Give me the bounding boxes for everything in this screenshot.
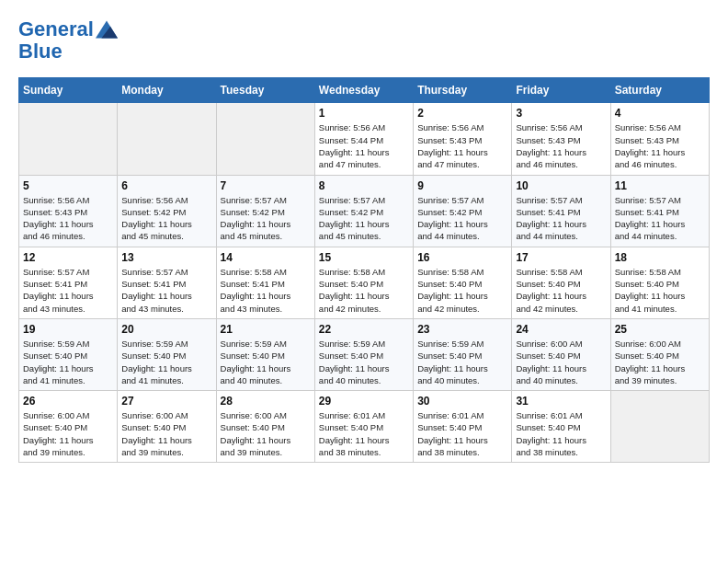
calendar-cell: 22Sunrise: 5:59 AM Sunset: 5:40 PM Dayli… bbox=[314, 318, 413, 390]
calendar-cell: 20Sunrise: 5:59 AM Sunset: 5:40 PM Dayli… bbox=[118, 318, 216, 390]
day-info: Sunrise: 5:57 AM Sunset: 5:42 PM Dayligh… bbox=[221, 194, 311, 243]
calendar-cell: 11Sunrise: 5:57 AM Sunset: 5:41 PM Dayli… bbox=[610, 175, 709, 247]
day-info: Sunrise: 5:57 AM Sunset: 5:41 PM Dayligh… bbox=[23, 266, 113, 315]
page-header: General Blue bbox=[18, 18, 710, 63]
day-info: Sunrise: 6:01 AM Sunset: 5:40 PM Dayligh… bbox=[319, 409, 409, 458]
day-info: Sunrise: 6:01 AM Sunset: 5:40 PM Dayligh… bbox=[417, 409, 507, 458]
calendar-cell: 3Sunrise: 5:56 AM Sunset: 5:43 PM Daylig… bbox=[512, 103, 610, 175]
calendar-cell: 9Sunrise: 5:57 AM Sunset: 5:42 PM Daylig… bbox=[414, 175, 512, 247]
calendar-header-row: SundayMondayTuesdayWednesdayThursdayFrid… bbox=[19, 78, 710, 103]
day-info: Sunrise: 6:00 AM Sunset: 5:40 PM Dayligh… bbox=[121, 409, 211, 458]
calendar-cell bbox=[216, 103, 314, 175]
day-number: 3 bbox=[516, 107, 606, 120]
day-number: 10 bbox=[516, 179, 606, 192]
calendar-cell: 30Sunrise: 6:01 AM Sunset: 5:40 PM Dayli… bbox=[414, 391, 512, 463]
day-number: 22 bbox=[319, 323, 409, 336]
calendar-cell: 5Sunrise: 5:56 AM Sunset: 5:43 PM Daylig… bbox=[19, 175, 118, 247]
day-number: 26 bbox=[23, 395, 113, 408]
day-info: Sunrise: 5:56 AM Sunset: 5:43 PM Dayligh… bbox=[23, 194, 113, 243]
day-info: Sunrise: 5:58 AM Sunset: 5:40 PM Dayligh… bbox=[516, 266, 606, 315]
day-number: 25 bbox=[615, 323, 705, 336]
calendar-cell: 4Sunrise: 5:56 AM Sunset: 5:43 PM Daylig… bbox=[610, 103, 709, 175]
day-info: Sunrise: 6:00 AM Sunset: 5:40 PM Dayligh… bbox=[23, 409, 113, 458]
day-info: Sunrise: 5:57 AM Sunset: 5:41 PM Dayligh… bbox=[615, 194, 705, 243]
calendar-cell: 8Sunrise: 5:57 AM Sunset: 5:42 PM Daylig… bbox=[314, 175, 413, 247]
day-number: 18 bbox=[615, 251, 705, 264]
day-info: Sunrise: 5:59 AM Sunset: 5:40 PM Dayligh… bbox=[417, 338, 507, 386]
day-info: Sunrise: 5:58 AM Sunset: 5:40 PM Dayligh… bbox=[417, 266, 507, 315]
calendar-week-row: 12Sunrise: 5:57 AM Sunset: 5:41 PM Dayli… bbox=[19, 247, 710, 318]
calendar-cell: 25Sunrise: 6:00 AM Sunset: 5:40 PM Dayli… bbox=[610, 318, 709, 390]
calendar-table: SundayMondayTuesdayWednesdayThursdayFrid… bbox=[18, 77, 710, 463]
day-number: 19 bbox=[23, 323, 113, 336]
header-monday: Monday bbox=[118, 78, 216, 103]
calendar-cell: 23Sunrise: 5:59 AM Sunset: 5:40 PM Dayli… bbox=[414, 318, 512, 390]
calendar-cell: 21Sunrise: 5:59 AM Sunset: 5:40 PM Dayli… bbox=[216, 318, 314, 390]
calendar-cell: 28Sunrise: 6:00 AM Sunset: 5:40 PM Dayli… bbox=[216, 391, 314, 463]
day-info: Sunrise: 5:59 AM Sunset: 5:40 PM Dayligh… bbox=[23, 338, 113, 386]
calendar-cell: 13Sunrise: 5:57 AM Sunset: 5:41 PM Dayli… bbox=[118, 247, 216, 318]
day-info: Sunrise: 6:00 AM Sunset: 5:40 PM Dayligh… bbox=[615, 338, 705, 386]
logo-text: General bbox=[18, 18, 94, 40]
day-number: 27 bbox=[121, 395, 211, 408]
day-info: Sunrise: 5:59 AM Sunset: 5:40 PM Dayligh… bbox=[121, 338, 211, 386]
calendar-week-row: 5Sunrise: 5:56 AM Sunset: 5:43 PM Daylig… bbox=[19, 175, 710, 247]
logo-subtext: Blue bbox=[18, 40, 118, 63]
calendar-cell: 6Sunrise: 5:56 AM Sunset: 5:42 PM Daylig… bbox=[118, 175, 216, 247]
calendar-cell: 19Sunrise: 5:59 AM Sunset: 5:40 PM Dayli… bbox=[19, 318, 118, 390]
day-number: 29 bbox=[319, 395, 409, 408]
day-number: 5 bbox=[23, 179, 113, 192]
logo-icon bbox=[96, 20, 118, 39]
calendar-cell: 26Sunrise: 6:00 AM Sunset: 5:40 PM Dayli… bbox=[19, 391, 118, 463]
day-info: Sunrise: 5:58 AM Sunset: 5:41 PM Dayligh… bbox=[221, 266, 311, 315]
header-friday: Friday bbox=[512, 78, 610, 103]
calendar-cell: 14Sunrise: 5:58 AM Sunset: 5:41 PM Dayli… bbox=[216, 247, 314, 318]
calendar-week-row: 26Sunrise: 6:00 AM Sunset: 5:40 PM Dayli… bbox=[19, 391, 710, 463]
calendar-week-row: 19Sunrise: 5:59 AM Sunset: 5:40 PM Dayli… bbox=[19, 318, 710, 390]
day-number: 11 bbox=[615, 179, 705, 192]
calendar-cell: 15Sunrise: 5:58 AM Sunset: 5:40 PM Dayli… bbox=[314, 247, 413, 318]
header-sunday: Sunday bbox=[19, 78, 118, 103]
day-number: 16 bbox=[417, 251, 507, 264]
calendar-cell: 7Sunrise: 5:57 AM Sunset: 5:42 PM Daylig… bbox=[216, 175, 314, 247]
calendar-cell: 12Sunrise: 5:57 AM Sunset: 5:41 PM Dayli… bbox=[19, 247, 118, 318]
calendar-cell: 24Sunrise: 6:00 AM Sunset: 5:40 PM Dayli… bbox=[512, 318, 610, 390]
day-info: Sunrise: 5:57 AM Sunset: 5:41 PM Dayligh… bbox=[516, 194, 606, 243]
day-info: Sunrise: 5:58 AM Sunset: 5:40 PM Dayligh… bbox=[319, 266, 409, 315]
day-info: Sunrise: 5:57 AM Sunset: 5:41 PM Dayligh… bbox=[121, 266, 211, 315]
day-number: 8 bbox=[319, 179, 409, 192]
day-number: 4 bbox=[615, 107, 705, 120]
day-info: Sunrise: 5:56 AM Sunset: 5:42 PM Dayligh… bbox=[121, 194, 211, 243]
day-number: 30 bbox=[417, 395, 507, 408]
day-info: Sunrise: 6:00 AM Sunset: 5:40 PM Dayligh… bbox=[221, 409, 311, 458]
header-wednesday: Wednesday bbox=[314, 78, 413, 103]
day-number: 20 bbox=[121, 323, 211, 336]
calendar-cell bbox=[610, 391, 709, 463]
calendar-cell: 31Sunrise: 6:01 AM Sunset: 5:40 PM Dayli… bbox=[512, 391, 610, 463]
day-info: Sunrise: 6:01 AM Sunset: 5:40 PM Dayligh… bbox=[516, 409, 606, 458]
calendar-cell: 18Sunrise: 5:58 AM Sunset: 5:40 PM Dayli… bbox=[610, 247, 709, 318]
day-info: Sunrise: 5:57 AM Sunset: 5:42 PM Dayligh… bbox=[319, 194, 409, 243]
day-number: 31 bbox=[516, 395, 606, 408]
day-number: 17 bbox=[516, 251, 606, 264]
calendar-cell: 1Sunrise: 5:56 AM Sunset: 5:44 PM Daylig… bbox=[314, 103, 413, 175]
day-number: 2 bbox=[417, 107, 507, 120]
day-number: 21 bbox=[221, 323, 311, 336]
calendar-cell bbox=[19, 103, 118, 175]
day-info: Sunrise: 6:00 AM Sunset: 5:40 PM Dayligh… bbox=[516, 338, 606, 386]
day-number: 12 bbox=[23, 251, 113, 264]
day-number: 9 bbox=[417, 179, 507, 192]
calendar-cell: 10Sunrise: 5:57 AM Sunset: 5:41 PM Dayli… bbox=[512, 175, 610, 247]
logo: General Blue bbox=[18, 18, 118, 63]
header-saturday: Saturday bbox=[610, 78, 709, 103]
header-tuesday: Tuesday bbox=[216, 78, 314, 103]
calendar-cell bbox=[118, 103, 216, 175]
day-number: 24 bbox=[516, 323, 606, 336]
day-number: 1 bbox=[319, 107, 409, 120]
day-info: Sunrise: 5:56 AM Sunset: 5:43 PM Dayligh… bbox=[516, 121, 606, 170]
day-number: 15 bbox=[319, 251, 409, 264]
day-info: Sunrise: 5:56 AM Sunset: 5:43 PM Dayligh… bbox=[417, 121, 507, 170]
calendar-cell: 27Sunrise: 6:00 AM Sunset: 5:40 PM Dayli… bbox=[118, 391, 216, 463]
day-info: Sunrise: 5:57 AM Sunset: 5:42 PM Dayligh… bbox=[417, 194, 507, 243]
day-number: 7 bbox=[221, 179, 311, 192]
